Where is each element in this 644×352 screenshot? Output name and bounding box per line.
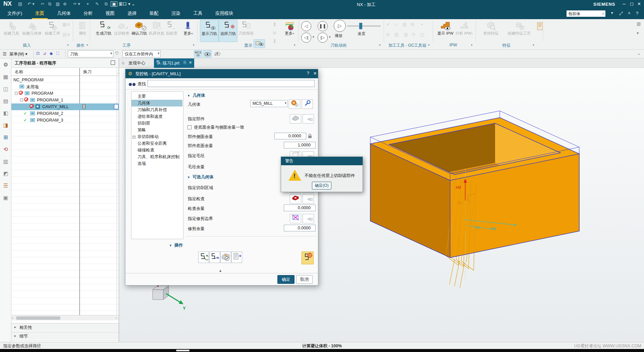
navigator-maximize-icon[interactable] <box>111 60 115 65</box>
toolpath-selected-indicator[interactable] <box>302 252 314 264</box>
type-filter-select[interactable]: 刀轨 <box>68 50 113 57</box>
touch-mode-icon[interactable]: ✑ ▾ <box>73 1 80 6</box>
undo-icon[interactable]: ↶ ▾ <box>28 1 35 6</box>
edit-geometry-wrench-button[interactable] <box>302 99 313 109</box>
move-up-icon[interactable]: ⬆ <box>272 21 277 28</box>
dialog-nav-cut-levels[interactable]: 切削层 <box>131 120 182 127</box>
section-geometry[interactable]: 几何体 <box>187 93 205 98</box>
gc-icon-1[interactable]: ✔ <box>386 22 390 27</box>
cut-icon[interactable]: ✂ <box>41 1 45 6</box>
speed-slider-handle[interactable] <box>359 23 362 29</box>
check-stock-input[interactable] <box>284 205 316 211</box>
web-browser-icon[interactable]: ⊞ <box>0 131 11 143</box>
rewind-button[interactable]: ◁ <box>301 21 311 31</box>
create-geometry-icon-button[interactable] <box>289 99 300 109</box>
mcs-display-toggle-icon[interactable]: MCS <box>194 50 202 58</box>
system-scene-icon[interactable]: ▣ <box>0 191 11 204</box>
column-header-toolchange[interactable]: 换刀 <box>83 69 92 75</box>
toolpath-report-button[interactable]: 刀轨报告 <box>237 20 256 42</box>
window-menu[interactable]: ▣窗口 ▾ ⌄ <box>111 1 135 7</box>
dialog-ok-button[interactable]: 确定 <box>277 275 294 284</box>
gc-icon-2[interactable]: ▱ <box>394 22 398 27</box>
select-toolpath-button[interactable]: ⊕ 选择刀轨 <box>219 20 237 42</box>
save-icon[interactable]: ▤ <box>18 1 22 6</box>
command-finder-input[interactable]: 包容体 ⌕ <box>566 10 606 17</box>
gc-icon-6[interactable]: ⧉ <box>386 32 389 37</box>
lock-icon[interactable] <box>307 133 313 139</box>
menu-hamburger-icon[interactable]: ☰ <box>3 51 7 56</box>
dialog-nav-geometry[interactable]: 几何体 <box>131 100 182 106</box>
create-tool-button[interactable]: 创建刀具 <box>2 20 21 42</box>
blank-display-toggle-icon[interactable] <box>254 39 265 48</box>
display-more-button[interactable]: 更多▾ <box>282 20 297 42</box>
move-down-icon[interactable]: ⬇ <box>272 38 277 44</box>
menu-assembly[interactable]: 装配 <box>146 9 162 18</box>
warning-ok-button[interactable]: 确定(O) <box>312 182 331 189</box>
analyze-ipw-button[interactable]: 分析 IPW▾ <box>455 20 474 42</box>
gc-icon-9[interactable]: ⟳ <box>412 32 416 37</box>
dialog-nav-non-cutting[interactable]: +非切削移动 <box>131 133 182 140</box>
dialog-nav-options[interactable]: 选项 <box>131 160 182 167</box>
menu-select[interactable]: 选择 <box>124 9 140 18</box>
show-ipw-button[interactable]: 显示 IPW <box>436 20 455 42</box>
menu-analysis[interactable]: 分析 <box>80 9 96 18</box>
fullscreen-icon[interactable]: ⤢ <box>619 11 623 16</box>
help-icon[interactable]: ? <box>636 11 638 16</box>
tree-row-program-2[interactable]: ✓ PROGRAM_2 <box>11 110 119 117</box>
column-header-name[interactable]: 名称 <box>15 69 23 75</box>
hd3d-tools-icon[interactable]: ◨ <box>0 119 11 131</box>
gc-icon-8[interactable]: ▥ <box>404 32 408 37</box>
gc-icon-10[interactable]: ◫ <box>420 32 424 37</box>
reuse-library-icon[interactable]: ◧ <box>0 107 11 119</box>
group-gc-dropdown[interactable]: ▾ <box>428 43 430 47</box>
dialog-nav-main[interactable]: 主要 <box>131 93 182 100</box>
gc-icon-7[interactable]: ▤ <box>394 32 398 37</box>
details-section[interactable]: 细节 <box>11 332 119 340</box>
process-studio-icon[interactable]: ▥ <box>0 155 11 167</box>
part-navigator-icon[interactable]: ▤ <box>0 95 11 107</box>
filter-component-icon-1[interactable]: ⊡ <box>36 51 40 56</box>
action-replay-button[interactable] <box>209 252 220 263</box>
dialog-nav-strategy[interactable]: 策略 <box>131 127 182 133</box>
geometry-select[interactable]: MCS_MILL <box>250 100 288 107</box>
tree-row-unused[interactable]: 未用项 <box>11 83 119 90</box>
step-forward-button[interactable]: |▷ <box>318 33 328 43</box>
specify-check-button[interactable] <box>290 194 301 204</box>
tree-row-program-1[interactable]: - PROGRAM_1 <box>11 97 119 103</box>
group-insert-dropdown[interactable]: ▾ <box>67 43 69 47</box>
find-input[interactable] <box>148 80 315 87</box>
show-selected-eye-icon[interactable] <box>203 50 212 58</box>
machine-simulation-button[interactable]: 机床仿真 <box>147 20 166 42</box>
dialog-nav-feeds[interactable]: 进给率和速度 <box>131 113 182 120</box>
copy-icon[interactable]: ⧉ <box>48 1 51 7</box>
action-list-button[interactable] <box>231 252 242 263</box>
trim-stock-input[interactable] <box>284 225 316 231</box>
menu-application[interactable]: 应用模块 <box>212 9 237 18</box>
tab-part-file[interactable]: 练习1.prt ⎘ ✕ <box>154 58 194 68</box>
tree-row-program-3[interactable]: ✓ PROGRAM_3 <box>11 117 119 124</box>
dialog-help-icon[interactable]: ? <box>307 71 309 76</box>
generate-toolpath-button[interactable]: ⟳ 生成刀轨 <box>94 20 113 42</box>
step-back-button[interactable]: ◁| <box>301 33 311 43</box>
pause-button[interactable]: ❚❚ <box>318 21 328 31</box>
scroll-right-arrow[interactable]: › <box>115 316 116 320</box>
dialog-nav-machine-control[interactable]: 刀具、程序和机床控制 <box>131 153 182 160</box>
group-feature-dropdown[interactable]: ▾ <box>533 43 534 47</box>
dialog-collapse-arrow[interactable]: ▲ <box>219 269 222 272</box>
create-feature-process-button[interactable]: 创建特征工艺 <box>504 20 535 42</box>
tab-discovery-center[interactable]: 发现中心 <box>128 60 145 66</box>
group-process-dropdown[interactable]: ▾ <box>193 43 195 47</box>
postprocess-button[interactable]: → 后处理 <box>165 20 178 42</box>
maximize-button[interactable]: ◻ <box>630 1 634 6</box>
scope-filter-select[interactable]: 仅在工作部件内 <box>122 50 161 57</box>
create-operation-button[interactable]: 创建工序 <box>43 20 62 42</box>
specify-trim-boundary-button[interactable] <box>290 214 301 223</box>
verify-toolpath-button[interactable]: ✓ 确认刀轨 <box>130 20 149 42</box>
create-program-icon[interactable]: ▦⊕ <box>62 22 70 27</box>
assembly-navigator-icon[interactable]: ▦ <box>0 71 11 83</box>
side-stock-input[interactable] <box>274 133 306 139</box>
tab-part-close-icon[interactable]: ✕ <box>189 60 192 65</box>
gc-icon-3[interactable]: ▨ <box>402 22 407 27</box>
group-display-dropdown[interactable]: ▾ <box>294 43 296 47</box>
same-stock-checkbox[interactable] <box>187 125 192 129</box>
